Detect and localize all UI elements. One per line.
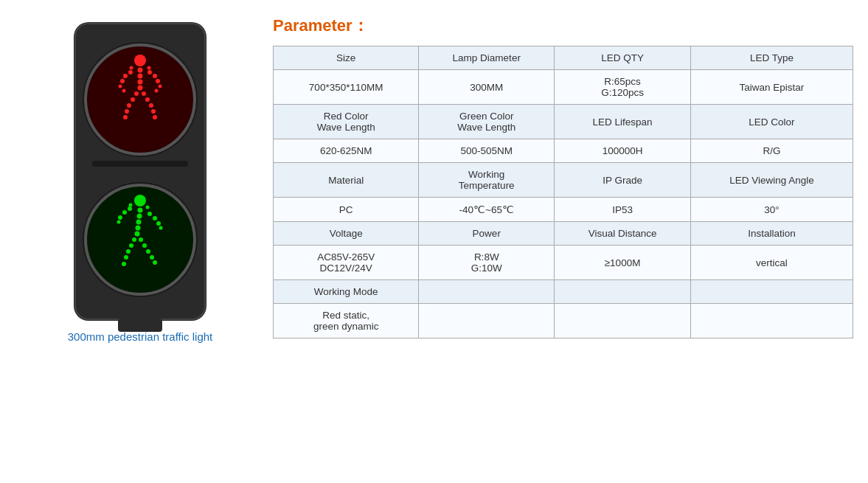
right-panel: Parameter： SizeLamp DiameterLED QTYLED T… [265,15,853,338]
svg-point-14 [147,70,152,74]
svg-point-20 [131,97,135,102]
table-cell [690,280,853,304]
svg-point-59 [117,220,121,224]
svg-point-27 [151,109,156,114]
svg-point-43 [153,216,157,220]
svg-point-41 [118,215,122,220]
svg-point-36 [138,208,143,213]
svg-point-48 [129,243,133,248]
svg-point-57 [129,204,133,207]
svg-point-38 [136,220,142,225]
table-cell: LED Type [690,46,853,70]
svg-point-26 [149,103,153,108]
table-cell: Lamp Diameter [419,46,555,70]
svg-point-16 [156,79,160,83]
table-row: Red static,green dynamic [274,304,853,338]
svg-point-10 [138,74,143,79]
parameter-table: SizeLamp DiameterLED QTYLED Type700*350*… [273,46,853,338]
svg-point-44 [156,221,161,226]
table-cell: 700*350*110MM [274,70,419,105]
table-cell: ≥1000M [555,246,691,280]
svg-point-21 [127,103,131,108]
table-cell: 620-625NM [274,139,419,163]
svg-point-13 [120,79,125,83]
table-cell: 100000H [555,139,691,163]
table-cell: Green ColorWave Length [419,105,555,139]
svg-point-55 [150,255,154,260]
traffic-light-image [52,15,229,324]
svg-point-42 [147,212,152,216]
table-cell: AC85V-265VDC12V/24V [274,246,419,280]
table-cell: R:8WG:10W [419,246,555,280]
table-cell: IP53 [555,198,691,222]
table-cell: Taiwan Epistar [690,70,853,105]
table-cell: Working Mode [274,280,419,304]
svg-point-8 [134,55,146,66]
table-cell: Size [274,46,419,70]
svg-point-15 [153,74,157,78]
table-row: 700*350*110MM300MMR:65pcsG:120pcsTaiwan … [274,70,853,105]
table-cell: Installation [690,222,853,246]
svg-point-50 [124,255,128,260]
table-cell: Voltage [274,222,419,246]
svg-point-45 [136,226,141,231]
table-cell: LED QTY [555,46,691,70]
table-row: SizeLamp DiameterLED QTYLED Type [274,46,853,70]
svg-point-17 [138,80,143,85]
table-row: Red ColorWave LengthGreen ColorWave Leng… [274,105,853,139]
table-cell: LED Color [690,105,853,139]
svg-point-25 [145,97,150,102]
svg-point-33 [122,89,126,93]
table-cell: Red static,green dynamic [274,304,419,338]
svg-point-52 [139,237,143,242]
svg-point-23 [123,115,128,119]
svg-point-19 [134,91,139,96]
table-cell [419,280,555,304]
traffic-light-caption: 300mm pedestrian traffic light [68,330,213,343]
svg-point-29 [130,66,133,70]
table-row: VoltagePowerVisual DistanceInstallation [274,222,853,246]
table-row: AC85V-265VDC12V/24VR:8WG:10W≥1000Mvertic… [274,246,853,280]
table-cell: PC [274,198,419,222]
svg-point-24 [142,91,146,96]
svg-point-56 [153,260,157,265]
param-title: Parameter： [273,15,853,37]
svg-rect-62 [92,161,188,167]
svg-point-40 [122,210,127,215]
table-cell: Material [274,163,419,198]
table-cell: Red ColorWave Length [274,105,419,139]
svg-point-30 [147,66,151,70]
table-cell: R:65pcsG:120pcs [555,70,691,105]
svg-point-47 [132,237,136,242]
table-cell: LED Viewing Angle [690,163,853,198]
svg-point-54 [146,249,150,254]
svg-point-31 [119,85,122,88]
table-cell: Power [419,222,555,246]
svg-point-49 [126,249,131,254]
table-cell [419,304,555,338]
table-row: MaterialWorkingTemperatureIP GradeLED Vi… [274,163,853,198]
table-cell: vertical [690,246,853,280]
svg-point-53 [142,243,147,248]
svg-point-9 [138,68,143,73]
table-cell: 30° [690,198,853,222]
svg-point-34 [155,89,159,93]
table-cell: 500-505NM [419,139,555,163]
svg-point-12 [123,74,128,78]
svg-point-28 [153,115,157,119]
table-cell: LED Lifespan [555,105,691,139]
table-row: 620-625NM500-505NM100000HR/G [274,139,853,163]
table-cell [555,304,691,338]
svg-point-58 [146,206,150,209]
svg-point-18 [138,86,143,91]
table-cell: IP Grade [555,163,691,198]
table-cell [555,280,691,304]
table-cell: Visual Distance [555,222,691,246]
table-row: Working Mode [274,280,853,304]
table-cell: WorkingTemperature [419,163,555,198]
svg-point-35 [134,195,146,206]
svg-point-51 [122,262,126,266]
table-cell: R/G [690,139,853,163]
table-cell [690,304,853,338]
svg-point-39 [128,206,132,211]
